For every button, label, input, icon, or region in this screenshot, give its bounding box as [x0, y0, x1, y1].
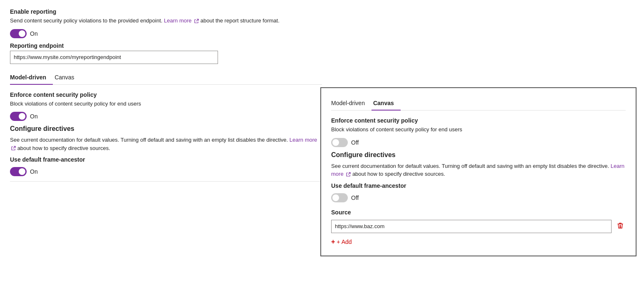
left-divider — [10, 181, 322, 182]
left-configure-title: Configure directives — [10, 125, 322, 133]
left-frame-ancestor-toggle-label: On — [30, 168, 38, 175]
left-enforce-desc: Block violations of content security pol… — [10, 100, 322, 108]
left-tabs: Model-driven Canvas — [10, 71, 322, 85]
right-configure-desc-after: about how to specify directive sources. — [352, 171, 445, 177]
left-panel: Enable reporting Send content security p… — [10, 8, 322, 187]
source-input[interactable] — [331, 220, 612, 233]
right-configure-ext-link-icon — [346, 172, 351, 177]
source-row — [331, 220, 626, 233]
left-configure-learn-more[interactable]: Learn more — [290, 137, 317, 143]
enable-reporting-desc-before: Send content security policy violations … — [10, 17, 162, 24]
page: Enable reporting Send content security p… — [0, 0, 644, 300]
left-enforce-toggle-container: On — [10, 112, 322, 121]
left-frame-ancestor-toggle[interactable] — [10, 167, 27, 176]
reporting-endpoint-label: Reporting endpoint — [10, 42, 322, 49]
add-source-button[interactable]: + + Add — [331, 236, 352, 247]
add-button-label: + Add — [337, 239, 352, 245]
right-enforce-desc: Block violations of content security pol… — [331, 125, 626, 134]
enable-reporting-desc-after: about the report structure format. — [201, 17, 280, 24]
left-configure-ext-link-icon — [11, 146, 16, 151]
enable-reporting-title: Enable reporting — [10, 8, 322, 15]
delete-source-button[interactable] — [615, 221, 626, 232]
right-configure-desc-before: See current documentation for default va… — [331, 163, 609, 169]
right-enforce-toggle[interactable] — [331, 138, 348, 147]
right-enforce-toggle-container: Off — [331, 138, 626, 147]
right-frame-ancestor-toggle-container: Off — [331, 193, 626, 202]
left-frame-ancestor-toggle-container: On — [10, 167, 322, 176]
source-label: Source — [331, 209, 626, 216]
right-tab-model-driven[interactable]: Model-driven — [331, 96, 372, 111]
right-configure-desc: See current documentation for default va… — [331, 162, 626, 178]
right-frame-ancestor-label: Use default frame-ancestor — [331, 182, 626, 189]
enable-reporting-toggle[interactable] — [10, 29, 27, 38]
left-frame-ancestor-label: Use default frame-ancestor — [10, 156, 322, 163]
right-configure-title: Configure directives — [331, 151, 626, 159]
enable-reporting-toggle-label: On — [30, 30, 38, 37]
left-enforce-toggle[interactable] — [10, 112, 27, 121]
enable-reporting-desc: Send content security policy violations … — [10, 17, 322, 25]
left-enforce-title: Enforce content security policy — [10, 91, 322, 98]
right-tabs: Model-driven Canvas — [331, 96, 626, 111]
right-enforce-title: Enforce content security policy — [331, 117, 626, 124]
external-link-icon — [194, 19, 199, 24]
enable-reporting-toggle-container: On — [10, 29, 322, 38]
left-tab-model-driven[interactable]: Model-driven — [10, 71, 53, 85]
left-tab-canvas[interactable]: Canvas — [53, 71, 81, 85]
left-configure-desc-before: See current documentation for default va… — [10, 137, 288, 143]
left-enforce-toggle-label: On — [30, 113, 38, 120]
right-frame-ancestor-toggle-label: Off — [351, 194, 359, 201]
reporting-endpoint-input[interactable] — [10, 51, 218, 64]
left-configure-desc: See current documentation for default va… — [10, 136, 322, 152]
right-panel: Model-driven Canvas Enforce content secu… — [320, 87, 637, 256]
right-enforce-toggle-label: Off — [351, 139, 359, 146]
add-icon: + — [331, 238, 335, 246]
trash-icon — [617, 222, 624, 229]
enable-reporting-learn-more[interactable]: Learn more — [164, 17, 191, 24]
right-frame-ancestor-toggle[interactable] — [331, 193, 348, 202]
right-tab-canvas[interactable]: Canvas — [372, 96, 401, 111]
left-configure-desc-after: about how to specify directive sources. — [17, 145, 110, 151]
